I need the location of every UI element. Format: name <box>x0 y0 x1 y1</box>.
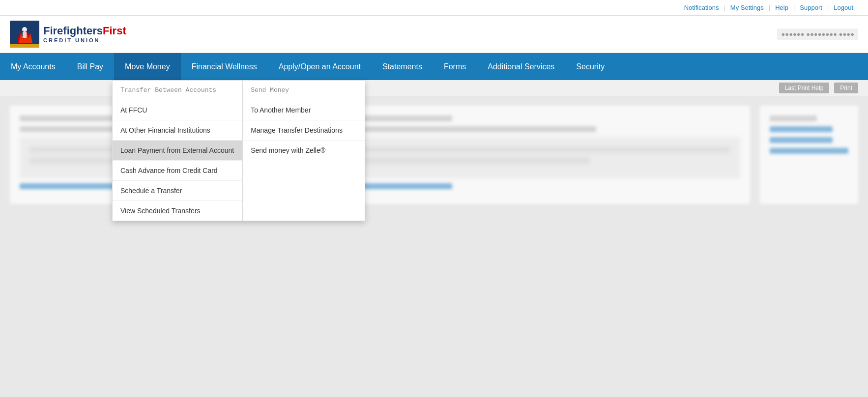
my-settings-link[interactable]: My Settings <box>725 4 769 11</box>
logo-first: First <box>103 25 126 37</box>
logo-icon <box>10 21 39 48</box>
nav-forms[interactable]: Forms <box>433 53 477 80</box>
svg-rect-6 <box>10 44 39 48</box>
account-placeholder: ●●●●●● ●●●●●●●● ●●●● <box>777 28 858 40</box>
dropdown-transfer-header: Transfer Between Accounts <box>113 81 242 100</box>
dropdown-right-col: Send Money To Another Member Manage Tran… <box>242 80 365 221</box>
nav-statements[interactable]: Statements <box>372 53 433 80</box>
move-money-dropdown: Transfer Between Accounts At FFCU At Oth… <box>112 80 365 221</box>
notifications-link[interactable]: Notifications <box>679 4 724 11</box>
help-link[interactable]: Help <box>770 4 793 11</box>
dropdown-to-another-member[interactable]: To Another Member <box>243 100 365 120</box>
dropdown-cash-advance[interactable]: Cash Advance from Credit Card <box>113 161 242 181</box>
dropdown-send-zelle[interactable]: Send money with Zelle® <box>243 141 365 160</box>
main-nav: My Accounts Bill Pay Move Money Financia… <box>0 53 868 80</box>
header: FirefightersFirst CREDIT UNION ●●●●●● ●●… <box>0 16 868 53</box>
logo-firefighters: Firefighters <box>43 25 103 37</box>
dropdown-at-ffcu[interactable]: At FFCU <box>113 100 242 120</box>
blurred-link-4 <box>770 148 848 154</box>
dropdown-loan-payment[interactable]: Loan Payment from External Account <box>113 141 242 161</box>
support-link[interactable]: Support <box>795 4 827 11</box>
nav-security[interactable]: Security <box>565 53 615 80</box>
blurred-link-3 <box>770 137 833 143</box>
dropdown-view-scheduled[interactable]: View Scheduled Transfers <box>113 201 242 221</box>
blurred-link-2 <box>770 126 833 132</box>
logout-link[interactable]: Logout <box>829 4 858 11</box>
blurred-line-5 <box>770 115 817 121</box>
dropdown-send-money-header: Send Money <box>243 81 365 100</box>
dropdown-left-col: Transfer Between Accounts At FFCU At Oth… <box>112 80 242 221</box>
svg-point-4 <box>22 27 27 32</box>
logo-name: FirefightersFirst <box>43 25 126 37</box>
svg-rect-5 <box>23 32 27 38</box>
nav-financial-wellness[interactable]: Financial Wellness <box>181 53 268 80</box>
content-card-2 <box>760 106 858 204</box>
nav-bill-pay[interactable]: Bill Pay <box>66 53 114 80</box>
account-info: ●●●●●● ●●●●●●●● ●●●● <box>777 28 858 40</box>
nav-additional-services[interactable]: Additional Services <box>477 53 565 80</box>
utility-bar: Notifications | My Settings | Help | Sup… <box>0 0 868 16</box>
dropdown-at-other-fi[interactable]: At Other Financial Institutions <box>113 120 242 141</box>
print-button[interactable]: Print <box>834 83 858 93</box>
logo: FirefightersFirst CREDIT UNION <box>10 21 126 48</box>
dropdown-manage-destinations[interactable]: Manage Transfer Destinations <box>243 120 365 141</box>
nav-apply-open-account[interactable]: Apply/Open an Account <box>268 53 372 80</box>
nav-my-accounts[interactable]: My Accounts <box>0 53 66 80</box>
last-print-help-button[interactable]: Last Print Help <box>779 83 830 93</box>
logo-credit-union: CREDIT UNION <box>43 37 126 43</box>
logo-text: FirefightersFirst CREDIT UNION <box>43 25 126 43</box>
nav-move-money[interactable]: Move Money <box>114 53 181 80</box>
dropdown-schedule-transfer[interactable]: Schedule a Transfer <box>113 181 242 201</box>
